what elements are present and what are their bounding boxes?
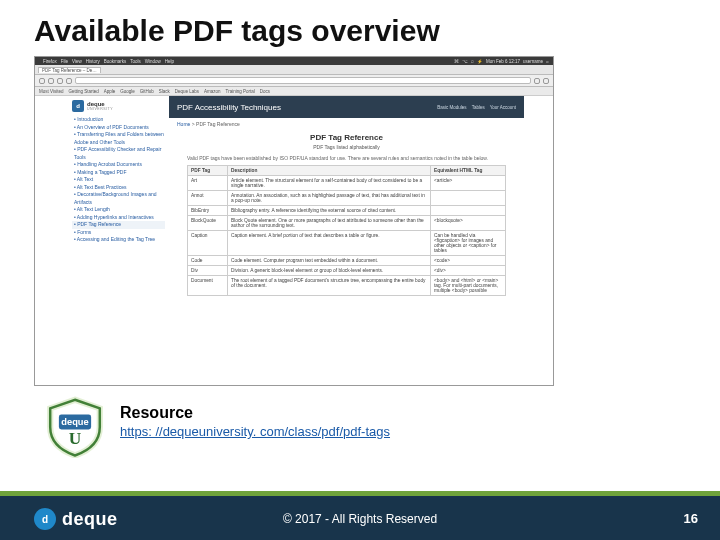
table-cell: Block Quote element. One or more paragra… (228, 216, 431, 231)
bookmark-item: Apple (104, 89, 116, 94)
page-content: d deque UNIVERSITY • Introduction• An Ov… (35, 96, 553, 385)
table-cell: The root element of a tagged PDF documen… (228, 276, 431, 296)
bookmark-item: Most Visited (39, 89, 63, 94)
resource-label: Resource (120, 404, 390, 422)
table-cell: BibEntry (188, 206, 228, 216)
table-cell: <code> (431, 256, 506, 266)
pdf-tags-tbody: ArtArticle element. The structural eleme… (188, 176, 506, 296)
sidebar-item: • Alt Text Length (72, 206, 165, 214)
bookmark-item: Getting Started (68, 89, 98, 94)
resource-link[interactable]: https: //dequeuniversity. com/class/pdf/… (120, 424, 390, 439)
main-panel: PDF Accessibility Techniques Basic Modul… (169, 96, 524, 385)
table-cell: <body> and <html> or <main> tag. For mul… (431, 276, 506, 296)
sidebar-item: • Accessing and Editing the Tag Tree (72, 236, 165, 244)
table-cell: BlockQuote (188, 216, 228, 231)
sidebar-item: • PDF Tag Reference (72, 221, 165, 229)
content-title: PDF Tag Reference (169, 133, 524, 142)
header-link: Tables (472, 105, 485, 110)
logo-badge-icon: d (72, 100, 84, 112)
table-cell: Bibliography entry. A reference identify… (228, 206, 431, 216)
sidebar-item: • Introduction (72, 116, 165, 124)
table-cell: Document (188, 276, 228, 296)
browser-tab: PDF Tag Reference – De… (38, 67, 101, 73)
breadcrumb: Home > PDF Tag Reference (169, 118, 524, 130)
table-cell: <div> (431, 266, 506, 276)
table-cell: <article> (431, 176, 506, 191)
menu-tools: Tools (130, 59, 141, 64)
sidebar-item: • Handling Acrobat Documents (72, 161, 165, 169)
header-link: Basic Modules (437, 105, 466, 110)
menu-view: View (72, 59, 82, 64)
bookmark-item: Amazon (204, 89, 221, 94)
reload-icon (57, 78, 63, 84)
sidebar-item: • Adding Hyperlinks and Interactives (72, 214, 165, 222)
bookmark-item: Google (120, 89, 135, 94)
menu-bookmarks: Bookmarks (104, 59, 127, 64)
breadcrumb-home: Home (177, 121, 190, 127)
table-cell: Annot (188, 191, 228, 206)
table-row: DocumentThe root element of a tagged PDF… (188, 276, 506, 296)
pdf-tags-table: PDF Tag Description Equivalent HTML Tag … (187, 165, 506, 296)
sidebar-item: • PDF Accessibility Checker and Repair T… (72, 146, 165, 161)
table-row: CaptionCaption element. A brief portion … (188, 231, 506, 256)
sidebar-nav: • Introduction• An Overview of PDF Docum… (72, 116, 165, 244)
sidebar-item: • Making a Tagged PDF (72, 169, 165, 177)
table-cell: Code (188, 256, 228, 266)
slide-title: Available PDF tags overview (0, 0, 720, 56)
bookmark-item: Slack (159, 89, 170, 94)
brand-sub: UNIVERSITY (87, 107, 113, 111)
home-icon (66, 78, 72, 84)
table-cell: Annotation. An association, such as a hi… (228, 191, 431, 206)
sidebar-item: • Alt Text Best Practices (72, 184, 165, 192)
col-html: Equivalent HTML Tag (431, 166, 506, 176)
content-subtitle: PDF Tags listed alphabetically (169, 144, 524, 150)
status-icon: ⚡ (477, 59, 483, 64)
table-cell: <blockquote> (431, 216, 506, 231)
forward-icon (48, 78, 54, 84)
table-cell: Article element. The structural element … (228, 176, 431, 191)
page-header: PDF Accessibility Techniques Basic Modul… (169, 96, 524, 118)
table-row: BibEntryBibliography entry. A reference … (188, 206, 506, 216)
sidebar-item: • Transferring Files and Folders between… (72, 131, 165, 146)
back-icon (39, 78, 45, 84)
deque-university-shield-icon: deque U (44, 396, 106, 458)
bookmark-item: Deque Labs (175, 89, 199, 94)
table-cell: Division. A generic block-level element … (228, 266, 431, 276)
sidebar: d deque UNIVERSITY • Introduction• An Ov… (64, 96, 169, 385)
col-tag: PDF Tag (188, 166, 228, 176)
menu-firefox: Firefox (43, 59, 57, 64)
svg-text:deque: deque (61, 417, 88, 427)
sidebar-item: • Alt Text (72, 176, 165, 184)
sidebar-item: • Forms (72, 229, 165, 237)
status-icon: ♫ (471, 59, 474, 64)
copyright: © 2017 - All Rights Reserved (0, 512, 720, 526)
browser-toolbar (35, 75, 553, 87)
menu-file: File (61, 59, 68, 64)
bookmark-item: Docs (260, 89, 270, 94)
table-cell: Div (188, 266, 228, 276)
spotlight-icon: ⌕ (546, 59, 549, 64)
mac-menubar: Firefox File View History Bookmarks Tool… (35, 57, 553, 65)
bookmark-item: GitHub (140, 89, 154, 94)
page-number: 16 (684, 511, 698, 526)
table-cell (431, 206, 506, 216)
user-menu: username (523, 59, 543, 64)
embedded-screenshot: Firefox File View History Bookmarks Tool… (34, 56, 554, 386)
table-row: DivDivision. A generic block-level eleme… (188, 266, 506, 276)
svg-text:U: U (69, 429, 82, 448)
table-cell: Can be handled via <figcaption> for imag… (431, 231, 506, 256)
sidebar-item: • An Overview of PDF Documents (72, 124, 165, 132)
table-cell: Caption element. A brief portion of text… (228, 231, 431, 256)
status-icon: ⌥ (462, 59, 468, 64)
browser-tabbar: PDF Tag Reference – De… (35, 65, 553, 75)
menu-icon (543, 78, 549, 84)
search-icon (534, 78, 540, 84)
address-bar (75, 77, 531, 84)
bookmarks-bar: Most Visited Getting Started Apple Googl… (35, 87, 553, 96)
menu-help: Help (165, 59, 174, 64)
intro-text: Valid PDF tags have been established by … (187, 155, 506, 161)
table-cell: Code element. Computer program text embe… (228, 256, 431, 266)
status-icon: ⌘ (454, 59, 459, 64)
table-cell (431, 191, 506, 206)
site-logo: d deque UNIVERSITY (72, 100, 165, 112)
